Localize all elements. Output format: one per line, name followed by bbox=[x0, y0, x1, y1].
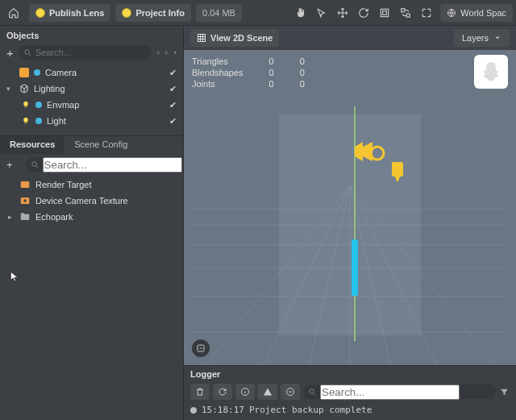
publish-lens-button[interactable]: Publish Lens bbox=[29, 4, 110, 22]
chevron-down-icon bbox=[493, 34, 501, 42]
logger-search[interactable] bbox=[303, 385, 496, 399]
collapse-stats-button[interactable] bbox=[192, 339, 210, 357]
lightbulb-icon bbox=[21, 117, 31, 125]
project-info-button[interactable]: Project Info bbox=[115, 4, 191, 22]
tab-scene-config[interactable]: Scene Config bbox=[64, 136, 137, 154]
layers-dropdown[interactable]: Layers bbox=[454, 29, 510, 47]
logger-info-filter[interactable] bbox=[235, 384, 255, 400]
svg-rect-15 bbox=[392, 162, 403, 177]
viewport-3d[interactable]: Triangles00 Blendshapes00 Joints00 bbox=[184, 50, 516, 365]
folder-icon bbox=[19, 211, 31, 222]
filter-icon[interactable] bbox=[499, 387, 510, 397]
objects-panel-title: Objects bbox=[0, 26, 183, 44]
resources-search[interactable] bbox=[26, 157, 187, 172]
add-object-button[interactable]: + bbox=[6, 46, 14, 60]
rotate-tool-icon[interactable] bbox=[355, 4, 372, 22]
dot-icon bbox=[122, 8, 131, 18]
project-info-label: Project Info bbox=[135, 8, 185, 18]
logger-warning-filter[interactable] bbox=[258, 384, 277, 400]
move-tool-icon[interactable] bbox=[334, 4, 352, 22]
tree-row-light[interactable]: Light ✔ bbox=[3, 113, 180, 129]
camera-chip-icon bbox=[19, 68, 29, 77]
character-gizmo bbox=[352, 239, 358, 296]
light-gizmo-icon bbox=[387, 159, 411, 183]
logger-clear-button[interactable] bbox=[190, 384, 210, 400]
logger-search-input[interactable] bbox=[320, 385, 460, 400]
svg-rect-11 bbox=[198, 35, 206, 42]
lightbulb-icon bbox=[21, 101, 31, 109]
search-icon bbox=[308, 388, 317, 397]
scale-tool-icon[interactable] bbox=[376, 4, 393, 22]
svg-rect-2 bbox=[402, 8, 405, 11]
viewport-stats: Triangles00 Blendshapes00 Joints00 bbox=[190, 55, 331, 90]
dot-icon bbox=[34, 69, 40, 76]
log-entry: 15:18:17 Project backup complete bbox=[184, 403, 516, 420]
coordinate-space-dropdown[interactable]: World Spac bbox=[440, 4, 513, 22]
filter-icon[interactable] bbox=[173, 48, 177, 58]
add-resource-button[interactable]: + bbox=[6, 159, 13, 171]
home-button[interactable] bbox=[3, 4, 24, 22]
svg-rect-8 bbox=[21, 181, 30, 188]
transform-tool-icon[interactable] bbox=[397, 4, 414, 22]
search-icon bbox=[23, 48, 32, 57]
resources-search-input[interactable] bbox=[43, 157, 182, 173]
resource-row-render-target[interactable]: Render Target bbox=[5, 177, 178, 193]
svg-point-6 bbox=[166, 52, 167, 52]
log-time: 15:18:17 bbox=[202, 405, 244, 415]
objects-search[interactable] bbox=[19, 45, 152, 60]
publish-lens-label: Publish Lens bbox=[49, 8, 104, 18]
enabled-check-icon[interactable]: ✔ bbox=[169, 84, 177, 94]
resource-row-echopark[interactable]: ▸ Echopark bbox=[5, 209, 178, 225]
tab-resources[interactable]: Resources bbox=[0, 136, 64, 154]
enabled-check-icon[interactable]: ✔ bbox=[169, 116, 177, 127]
object-icon bbox=[19, 84, 29, 94]
tree-row-lighting[interactable]: ▾ Lighting ✔ bbox=[3, 81, 180, 97]
expand-tool-icon[interactable] bbox=[418, 4, 435, 22]
log-level-dot-icon bbox=[190, 407, 197, 414]
expand-caret-icon[interactable]: ▾ bbox=[6, 85, 15, 93]
logger-reload-button[interactable] bbox=[213, 384, 232, 400]
logger-error-filter[interactable] bbox=[281, 384, 300, 400]
svg-rect-0 bbox=[381, 9, 389, 16]
render-target-icon bbox=[19, 179, 31, 190]
expand-caret-icon[interactable]: ▸ bbox=[8, 213, 15, 221]
select-tool-icon[interactable] bbox=[313, 4, 331, 22]
svg-rect-3 bbox=[407, 14, 410, 17]
svg-point-14 bbox=[371, 147, 384, 160]
objects-search-input[interactable] bbox=[35, 48, 147, 57]
enabled-check-icon[interactable]: ✔ bbox=[169, 68, 177, 78]
camera-texture-icon bbox=[19, 195, 31, 206]
grid-floor bbox=[192, 114, 508, 365]
search-icon bbox=[31, 160, 40, 169]
pan-tool-icon[interactable] bbox=[292, 4, 310, 22]
svg-point-19 bbox=[310, 389, 314, 393]
grid-icon bbox=[197, 33, 206, 43]
view-2d-scene-button[interactable]: View 2D Scene bbox=[190, 29, 279, 47]
tree-row-camera[interactable]: Camera ✔ bbox=[3, 64, 180, 81]
list-icon[interactable] bbox=[156, 48, 160, 58]
enabled-check-icon[interactable]: ✔ bbox=[169, 100, 177, 110]
globe-icon bbox=[447, 8, 456, 18]
sun-icon bbox=[35, 8, 45, 18]
snapchat-ghost-icon bbox=[474, 55, 508, 89]
svg-point-5 bbox=[25, 49, 29, 54]
logger-panel-title: Logger bbox=[184, 366, 516, 382]
eye-icon[interactable] bbox=[164, 48, 168, 58]
svg-rect-1 bbox=[383, 10, 387, 15]
tree-row-envmap[interactable]: Envmap ✔ bbox=[3, 97, 180, 113]
svg-point-10 bbox=[23, 199, 27, 202]
dot-icon bbox=[35, 118, 42, 124]
svg-rect-13 bbox=[279, 114, 421, 335]
log-message: Project backup complete bbox=[249, 405, 372, 415]
svg-point-7 bbox=[31, 161, 36, 166]
camera-gizmo-icon bbox=[353, 139, 385, 168]
project-size-label: 0.04 MB bbox=[196, 4, 242, 22]
resource-row-device-camera-texture[interactable]: Device Camera Texture bbox=[5, 193, 178, 209]
dot-icon bbox=[35, 102, 42, 108]
